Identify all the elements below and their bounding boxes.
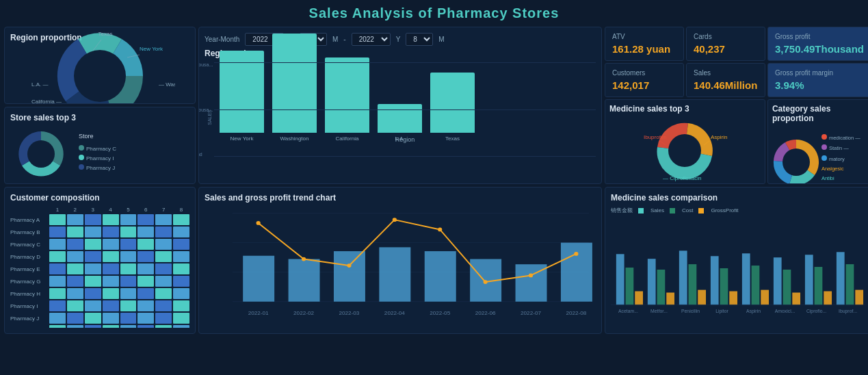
from-month-label: M bbox=[332, 36, 338, 43]
svg-text:Penicillin: Penicillin bbox=[681, 309, 700, 313]
heatmap-cell bbox=[120, 325, 137, 328]
heatmap-cell bbox=[103, 239, 119, 250]
heatmap-cell bbox=[85, 325, 101, 328]
heatmap-month-label: 3 bbox=[85, 207, 101, 213]
heatmap-row-label: Pharmacy B bbox=[10, 227, 48, 237]
medicine-comparison-panel: Medicine sales comparison 销售金额 Sales Cos… bbox=[605, 187, 868, 334]
medicine-comparison-chart: Acetam... Metfor... Penicillin Lipitor bbox=[611, 217, 865, 322]
heatmap-cell bbox=[103, 251, 119, 262]
svg-rect-54 bbox=[698, 290, 706, 305]
heatmap-cell bbox=[120, 313, 137, 324]
kpi-gross-profit-value: 3,750.49Thousand bbox=[775, 43, 864, 55]
heatmap-cell bbox=[103, 325, 119, 328]
category-legend: medication — Statin — matory Analgesic A… bbox=[821, 133, 860, 183]
svg-rect-21 bbox=[289, 259, 320, 302]
svg-text:2022-08: 2022-08 bbox=[566, 310, 587, 316]
kpi-customers-value: 142,017 bbox=[612, 79, 676, 91]
kpi-cards-label: Cards bbox=[694, 33, 758, 40]
store-legend-c: Pharmacy C bbox=[79, 144, 116, 154]
heatmap-cell bbox=[173, 288, 189, 299]
heatmap-cell bbox=[49, 325, 66, 328]
heatmap-cell bbox=[103, 263, 119, 274]
medicine-comparison-title: Medicine sales comparison bbox=[611, 193, 865, 203]
to-year-select[interactable]: 2022 bbox=[352, 33, 391, 46]
heatmap-month-label: 5 bbox=[120, 207, 137, 213]
heatmap-cell bbox=[67, 214, 83, 225]
region-proportion-panel: Region proportion bbox=[4, 27, 196, 104]
heatmap-cell bbox=[67, 300, 83, 311]
svg-text:2022-05: 2022-05 bbox=[430, 310, 451, 316]
store-sales-top3-panel: Store sales top 3 Store Pharmacy C Pharm… bbox=[4, 107, 196, 184]
heatmap-cell bbox=[85, 214, 101, 225]
svg-point-32 bbox=[438, 228, 442, 232]
medicine-top3-panel: Medicine sales top 3 Ibuprofen Aspirin bbox=[605, 99, 765, 184]
heatmap-cell bbox=[103, 300, 119, 311]
store-donut-chart bbox=[10, 125, 72, 180]
svg-rect-66 bbox=[792, 293, 800, 305]
heatmap-cell bbox=[85, 288, 101, 299]
kpi-sales-value: 140.46Million bbox=[694, 79, 758, 91]
store-legend: Store Pharmacy C Pharmacy I Pharmacy J bbox=[79, 131, 116, 173]
svg-text:— Ciprofloxacin: — Ciprofloxacin bbox=[663, 175, 701, 181]
heatmap-cell bbox=[103, 214, 119, 225]
heatmap-cell bbox=[49, 276, 66, 287]
heatmap-cell bbox=[67, 251, 83, 262]
heatmap-cell bbox=[173, 313, 189, 324]
svg-rect-74 bbox=[855, 290, 863, 305]
svg-text:Texas: Texas bbox=[98, 31, 113, 37]
heatmap-cell bbox=[137, 239, 154, 250]
svg-rect-64 bbox=[774, 257, 782, 305]
heatmap-cell bbox=[155, 214, 172, 225]
svg-text:2022-03: 2022-03 bbox=[339, 310, 360, 316]
heatmap-cell bbox=[49, 288, 66, 299]
customer-composition-title: Customer composition bbox=[10, 193, 189, 203]
trend-chart-svg: 2022-01 2022-02 2022-03 2022-04 2022-05 … bbox=[205, 207, 596, 328]
heatmap-cell bbox=[49, 227, 66, 237]
heatmap-cell bbox=[173, 251, 189, 262]
svg-point-29 bbox=[302, 257, 306, 261]
heatmap: 12345678Pharmacy APharmacy BPharmacy CPh… bbox=[10, 207, 189, 328]
svg-rect-50 bbox=[666, 293, 674, 305]
heatmap-row-label: Pharmacy E bbox=[10, 263, 48, 274]
heatmap-cell bbox=[173, 325, 189, 328]
svg-rect-61 bbox=[752, 266, 760, 305]
heatmap-row-label: Pharmacy K bbox=[10, 325, 48, 328]
store-sales-title: Store sales top 3 bbox=[10, 113, 189, 122]
svg-rect-22 bbox=[334, 251, 365, 302]
heatmap-cell bbox=[49, 239, 66, 250]
svg-text:Metfor...: Metfor... bbox=[650, 309, 668, 313]
heatmap-cell bbox=[85, 251, 101, 262]
to-month-select[interactable]: 8 bbox=[406, 33, 433, 46]
store-legend-label: Store bbox=[79, 131, 116, 142]
svg-text:Lipitor: Lipitor bbox=[715, 309, 728, 314]
svg-text:Acetam...: Acetam... bbox=[618, 309, 638, 313]
heatmap-row-label: Pharmacy H bbox=[10, 288, 48, 299]
heatmap-cell bbox=[85, 276, 101, 287]
to-year-label: Y bbox=[396, 36, 401, 43]
svg-text:L.A. —: L.A. — bbox=[31, 81, 48, 88]
heatmap-cell bbox=[155, 227, 172, 237]
heatmap-cell bbox=[120, 263, 137, 274]
heatmap-cell bbox=[155, 300, 172, 311]
heatmap-cell bbox=[120, 227, 137, 237]
heatmap-row-label: Pharmacy A bbox=[10, 214, 48, 225]
heatmap-cell bbox=[137, 214, 154, 225]
svg-rect-46 bbox=[635, 292, 643, 305]
svg-rect-48 bbox=[648, 259, 656, 305]
heatmap-cell bbox=[120, 300, 137, 311]
heatmap-cell bbox=[137, 276, 154, 287]
heatmap-cell bbox=[85, 300, 101, 311]
y-label-top: 40,000.00Thousa... bbox=[198, 62, 213, 67]
svg-point-33 bbox=[484, 280, 488, 284]
heatmap-cell bbox=[85, 239, 101, 250]
svg-rect-68 bbox=[805, 255, 813, 305]
heatmap-cell bbox=[49, 313, 66, 324]
trend-chart-title: Sales and gross profit trend chart bbox=[205, 193, 596, 203]
heatmap-cell bbox=[173, 276, 189, 287]
kpi-cards: Cards 40,237 bbox=[686, 27, 765, 61]
page-title: Sales Analysis of Pharmacy Stores bbox=[309, 5, 560, 21]
heatmap-row-label: Pharmacy D bbox=[10, 251, 48, 262]
medicine-top3-donut: Ibuprofen Aspirin — Ciprofloxacin bbox=[630, 115, 739, 183]
heatmap-cell bbox=[137, 313, 154, 324]
svg-point-30 bbox=[347, 263, 351, 268]
